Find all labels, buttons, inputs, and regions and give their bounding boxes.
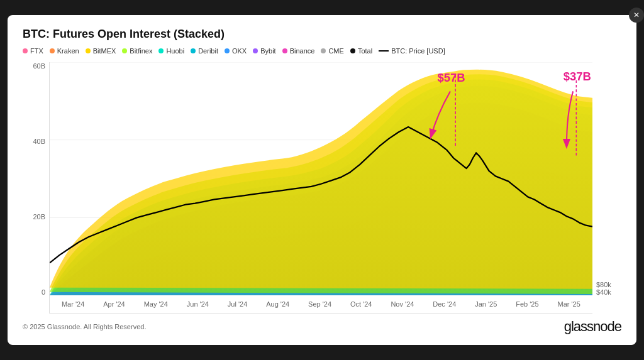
legend-item-kraken: Kraken <box>50 47 79 55</box>
legend-item-bybit: Bybit <box>253 47 275 55</box>
x-label: Feb '25 <box>516 300 538 308</box>
legend-item-ftx: FTX <box>23 47 43 55</box>
x-label: Sep '24 <box>308 300 331 308</box>
x-label: Mar '25 <box>558 300 580 308</box>
chart-inner: $57B $37B $80k Mar '24Apr '24May '24Jun … <box>49 62 592 314</box>
x-label: Nov '24 <box>391 300 414 308</box>
legend-item-binance: Binance <box>282 47 315 55</box>
legend-item-cme: CME <box>321 47 343 55</box>
legend-item-huobi: Huobi <box>158 47 184 55</box>
x-label: Jun '24 <box>187 300 209 308</box>
yellow-layer <box>50 70 592 289</box>
legend-item-btc--price-[usd]: BTC: Price [USD] <box>379 47 445 55</box>
y-axis-right: $40k$80k <box>592 62 621 314</box>
chart-card: ✕ BTC: Futures Open Interest (Stacked) F… <box>8 15 636 345</box>
x-axis: Mar '24Apr '24May '24Jun '24Jul '24Aug '… <box>50 295 592 313</box>
chart-area: 020B40B60B <box>23 62 621 314</box>
copyright: © 2025 Glassnode. All Rights Reserved. <box>23 323 146 330</box>
legend-item-total: Total <box>350 47 372 55</box>
x-label: Jul '24 <box>228 300 247 308</box>
x-label: Jan '25 <box>475 300 497 308</box>
chart-legend: FTXKrakenBitMEXBitfinexHuobiDeribitOKXBy… <box>23 47 621 55</box>
x-label: Apr '24 <box>103 300 125 308</box>
legend-item-bitfinex: Bitfinex <box>122 47 152 55</box>
annotation-57b-text: $57B <box>437 71 465 84</box>
brand-logo: glassnode <box>564 319 621 335</box>
x-label: Dec '24 <box>433 300 456 308</box>
legend-item-deribit: Deribit <box>191 47 218 55</box>
close-button[interactable]: ✕ <box>629 8 644 23</box>
x-label: Oct '24 <box>350 300 372 308</box>
legend-item-bitmex: BitMEX <box>86 47 116 55</box>
footer: © 2025 Glassnode. All Rights Reserved. g… <box>23 319 621 335</box>
chart-title: BTC: Futures Open Interest (Stacked) <box>23 28 621 41</box>
legend-item-okx: OKX <box>225 47 247 55</box>
y-axis-left: 020B40B60B <box>23 62 49 314</box>
x-label: Mar '24 <box>62 300 84 308</box>
annotation-37b-text: $37B <box>564 70 591 83</box>
x-label: May '24 <box>144 300 168 308</box>
x-label: Aug '24 <box>266 300 289 308</box>
